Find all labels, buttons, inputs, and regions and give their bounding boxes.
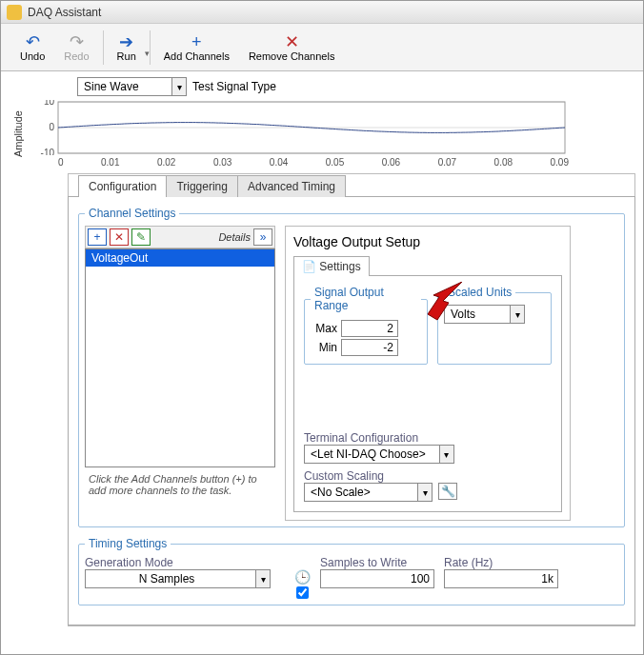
voltage-output-setup: Voltage Output Setup 📄 Settings	[285, 226, 571, 521]
svg-text:0: 0	[49, 122, 54, 132]
main-panel: Configuration Triggering Advanced Timing…	[68, 173, 635, 626]
app-window: DAQ Assistant ↶ Undo ↷ Redo ➔ Run ▾ + Ad…	[0, 0, 644, 655]
run-icon: ➔	[119, 33, 133, 50]
y-axis-label: Amplitude	[10, 100, 26, 168]
x-axis-ticks: 00.010.020.030.040.050.060.070.080.09	[26, 155, 569, 168]
signal-type-value: Sine Wave	[77, 77, 172, 96]
x-icon: ✕	[285, 33, 299, 50]
chevron-down-icon: ▾	[439, 445, 454, 464]
tab-body: Channel Settings + ✕ ✎ Details » Voltage…	[68, 196, 635, 625]
range-legend: Signal Output Range	[311, 286, 421, 312]
custom-scaling-select[interactable]: <No Scale> ▾	[304, 483, 433, 502]
tab-advanced-timing[interactable]: Advanced Timing	[237, 175, 346, 197]
title-bar: DAQ Assistant	[1, 1, 643, 24]
add-channels-button[interactable]: + Add Channels	[154, 31, 239, 64]
signal-output-range-group: Signal Output Range Max Min	[304, 286, 428, 365]
undo-label: Undo	[20, 50, 45, 62]
remove-channel-icon[interactable]: ✕	[110, 228, 129, 246]
signal-type-label: Test Signal Type	[192, 80, 276, 93]
run-label: Run	[117, 50, 136, 62]
timing-settings-group: Timing Settings Generation Mode N Sample…	[78, 537, 625, 605]
chevron-down-icon: ▾	[171, 77, 187, 96]
terminal-config-label: Terminal Configuration	[304, 431, 552, 445]
svg-text:-10: -10	[41, 148, 55, 155]
signal-type-select[interactable]: Sine Wave ▾	[77, 77, 187, 96]
svg-marker-7	[428, 282, 462, 320]
main-tabs: Configuration Triggering Advanced Timing	[78, 175, 634, 197]
red-arrow-annotation	[424, 282, 466, 322]
remove-channels-label: Remove Channels	[249, 50, 335, 62]
settings-body: Signal Output Range Max Min	[293, 275, 562, 512]
run-dropdown-icon[interactable]: ▾	[145, 49, 150, 58]
details-label: Details	[218, 231, 251, 243]
min-input[interactable]	[341, 339, 398, 356]
list-item[interactable]: VoltageOut	[86, 249, 274, 267]
custom-scaling-label: Custom Scaling	[304, 469, 552, 483]
generation-mode-select[interactable]: N Samples ▾	[85, 569, 285, 588]
max-input[interactable]	[341, 320, 398, 337]
undo-icon: ↶	[26, 33, 40, 50]
tab-settings[interactable]: 📄 Settings	[293, 256, 370, 276]
channel-config-icon[interactable]: ✎	[131, 228, 151, 246]
undo-button[interactable]: ↶ Undo	[10, 31, 54, 64]
redo-label: Redo	[64, 50, 89, 62]
chevron-down-icon: ▾	[255, 569, 271, 588]
generation-mode-value: N Samples	[85, 569, 256, 588]
rate-input[interactable]	[444, 569, 558, 588]
details-expand-icon[interactable]: »	[253, 228, 272, 246]
app-icon	[7, 5, 22, 20]
settings-tab-label: Settings	[319, 260, 360, 273]
separator	[150, 30, 151, 65]
page-icon: 📄	[302, 260, 316, 273]
samples-input[interactable]	[320, 569, 434, 588]
setup-title: Voltage Output Setup	[293, 234, 562, 249]
plus-icon: +	[191, 33, 202, 50]
min-label: Min	[311, 341, 337, 354]
channel-hint: Click the Add Channels button (+) to add…	[85, 467, 275, 502]
samples-label: Samples to Write	[320, 556, 434, 569]
rate-label: Rate (Hz)	[444, 556, 558, 569]
channel-settings-legend: Channel Settings	[85, 207, 179, 220]
remove-channels-button[interactable]: ✕ Remove Channels	[239, 31, 345, 64]
generation-mode-label: Generation Mode	[85, 556, 285, 569]
custom-scaling-wrench-icon[interactable]: 🔧	[438, 483, 457, 500]
tab-triggering[interactable]: Triggering	[166, 175, 238, 197]
window-title: DAQ Assistant	[28, 6, 101, 19]
redo-icon: ↷	[70, 33, 84, 50]
tab-configuration[interactable]: Configuration	[78, 175, 167, 197]
terminal-config-value: <Let NI-DAQ Choose>	[304, 445, 440, 464]
add-channels-label: Add Channels	[164, 50, 230, 62]
custom-scaling-value: <No Scale>	[304, 483, 418, 502]
timing-legend: Timing Settings	[85, 537, 171, 550]
chart-area: Sine Wave ▾ Test Signal Type Amplitude -…	[1, 71, 643, 173]
channel-list[interactable]: VoltageOut	[85, 248, 275, 467]
max-label: Max	[311, 322, 337, 335]
chevron-down-icon: ▾	[510, 305, 525, 324]
terminal-config-select[interactable]: <Let NI-DAQ Choose> ▾	[304, 445, 454, 464]
chevron-down-icon: ▾	[417, 483, 433, 502]
signal-chart: -10010	[26, 100, 569, 155]
run-button[interactable]: ➔ Run ▾	[108, 31, 146, 64]
redo-button[interactable]: ↷ Redo	[54, 31, 98, 64]
clock-icon: 🕒	[294, 569, 311, 585]
svg-text:10: 10	[44, 100, 55, 107]
separator	[103, 30, 104, 65]
toolbar: ↶ Undo ↷ Redo ➔ Run ▾ + Add Channels ✕ R…	[1, 24, 643, 71]
channel-toolbar: + ✕ ✎ Details »	[85, 226, 275, 248]
channel-settings-group: Channel Settings + ✕ ✎ Details » Voltage…	[78, 207, 625, 527]
add-channel-icon[interactable]: +	[88, 228, 107, 246]
timing-checkbox[interactable]	[296, 586, 309, 599]
